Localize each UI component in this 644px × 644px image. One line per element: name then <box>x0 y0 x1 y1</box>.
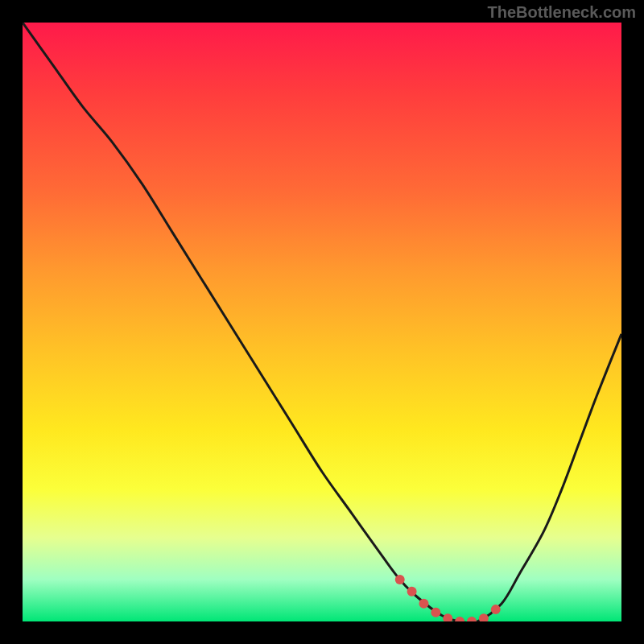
minimum-marker <box>479 613 489 621</box>
minimum-markers <box>395 575 501 621</box>
minimum-marker <box>431 608 440 617</box>
minimum-marker <box>443 613 452 621</box>
bottleneck-curve <box>23 23 621 621</box>
minimum-marker <box>491 605 501 614</box>
watermark-text: TheBottleneck.com <box>488 3 636 22</box>
minimum-marker <box>407 587 417 597</box>
minimum-marker <box>395 575 405 584</box>
minimum-marker <box>455 617 464 621</box>
chart-svg <box>23 23 621 621</box>
plot-area <box>23 23 621 621</box>
minimum-marker <box>467 617 477 621</box>
minimum-marker <box>419 599 428 609</box>
